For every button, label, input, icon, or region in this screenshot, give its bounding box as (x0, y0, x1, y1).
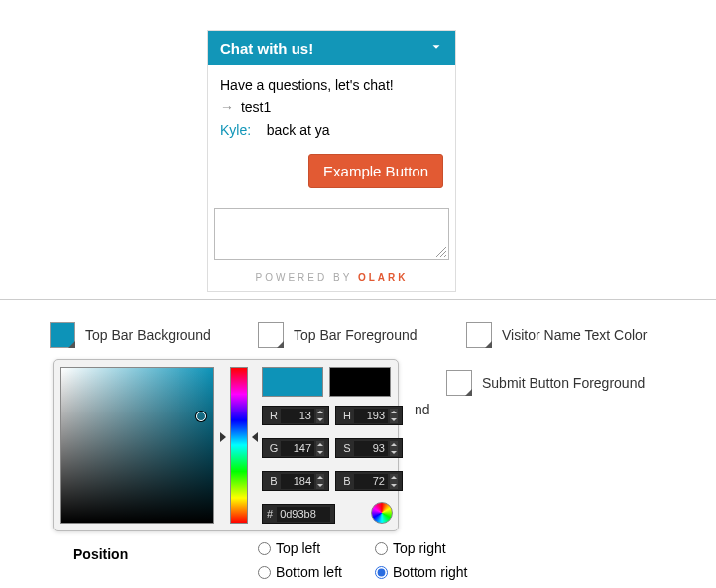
swatch-top-bar-fg[interactable] (258, 322, 284, 348)
saturation-value-panel[interactable] (60, 367, 214, 524)
option-top-bar-bg[interactable]: Top Bar Background (50, 322, 238, 348)
powered-brand[interactable]: OLARK (358, 272, 409, 283)
channel-h-input[interactable] (354, 409, 388, 423)
hue-slider[interactable] (230, 367, 248, 524)
radio-top-left[interactable]: Top left (258, 540, 357, 556)
label-visitor-name: Visitor Name Text Color (502, 327, 648, 343)
channel-b-label: B (267, 475, 281, 487)
chat-visitor-line: → test1 (220, 97, 443, 117)
radio-input-bottom-right[interactable] (375, 566, 388, 579)
radio-input-bottom-left[interactable] (258, 566, 271, 579)
chat-input[interactable] (214, 208, 449, 260)
color-preview-previous (329, 367, 391, 397)
radio-input-top-right[interactable] (375, 542, 388, 555)
channel-v-input[interactable] (354, 474, 388, 489)
divider (0, 299, 716, 300)
channel-r-input[interactable] (281, 409, 314, 423)
channel-r: R (262, 406, 329, 425)
radio-label-bottom-left: Bottom left (276, 564, 342, 580)
channel-r-spinner[interactable] (316, 409, 324, 423)
swatch-visitor-name[interactable] (466, 322, 492, 348)
chat-prompt: Have a questions, let's chat! (220, 75, 443, 95)
radio-input-top-left[interactable] (258, 542, 271, 555)
channel-v-spinner[interactable] (390, 474, 398, 489)
chat-body: Have a questions, let's chat! → test1 Ky… (208, 65, 455, 154)
obscured-text: nd (415, 402, 430, 417)
color-preview-current (262, 367, 323, 397)
chevron-down-icon[interactable] (429, 40, 443, 57)
channel-b-spinner[interactable] (316, 474, 324, 489)
chat-visitor-msg: test1 (241, 99, 271, 115)
channel-b-input[interactable] (281, 474, 314, 489)
chat-header[interactable]: Chat with us! (208, 31, 455, 65)
chat-sender: Kyle: (220, 122, 251, 138)
color-wheel-icon[interactable] (371, 502, 393, 524)
option-visitor-name[interactable]: Visitor Name Text Color (466, 322, 655, 348)
radio-bottom-left[interactable]: Bottom left (258, 564, 357, 580)
example-button[interactable]: Example Button (308, 154, 443, 188)
radio-label-bottom-right: Bottom right (393, 564, 467, 580)
label-top-bar-bg: Top Bar Background (85, 327, 211, 343)
channel-g-input[interactable] (281, 441, 314, 456)
hue-slider-indicator (252, 432, 258, 442)
sv-slider-indicator (220, 432, 226, 442)
resize-handle-icon[interactable] (436, 247, 446, 257)
hex-field: # (262, 504, 335, 524)
channel-v: B (335, 471, 403, 491)
chat-widget: Chat with us! Have a questions, let's ch… (207, 30, 456, 292)
swatch-submit-fg[interactable] (446, 370, 472, 396)
option-submit-fg[interactable]: Submit Button Foreground (446, 370, 645, 396)
example-button-row: Example Button (208, 154, 455, 202)
channel-s-spinner[interactable] (390, 441, 398, 456)
option-top-bar-fg[interactable]: Top Bar Foreground (258, 322, 446, 348)
radio-label-top-right: Top right (393, 540, 446, 556)
channel-g: G (262, 438, 329, 458)
channel-b: B (262, 471, 329, 491)
hex-input[interactable] (277, 507, 330, 522)
radio-bottom-right[interactable]: Bottom right (375, 564, 474, 580)
channel-s-input[interactable] (354, 441, 388, 456)
channel-r-label: R (267, 410, 281, 421)
powered-prefix: POWERED BY (256, 272, 353, 283)
radio-top-right[interactable]: Top right (375, 540, 474, 556)
arrow-right-icon: → (220, 99, 234, 115)
channel-v-label: B (340, 475, 354, 487)
channel-g-spinner[interactable] (316, 441, 324, 456)
channel-s-label: S (340, 442, 354, 454)
sv-cursor[interactable] (196, 412, 206, 421)
label-submit-fg: Submit Button Foreground (482, 375, 645, 391)
channel-h-spinner[interactable] (390, 409, 398, 423)
powered-by: POWERED BY OLARK (208, 266, 455, 291)
channel-g-label: G (267, 442, 281, 454)
radio-label-top-left: Top left (276, 540, 320, 556)
position-label: Position (73, 546, 128, 562)
swatch-top-bar-bg[interactable] (50, 322, 75, 348)
label-top-bar-fg: Top Bar Foreground (294, 327, 418, 343)
chat-header-title: Chat with us! (220, 40, 313, 57)
color-picker: R H G S B B (53, 359, 399, 531)
channel-h: H (335, 406, 403, 425)
chat-agent-line: Kyle: back at ya (220, 120, 443, 140)
chat-reply: back at ya (267, 122, 330, 138)
channel-s: S (335, 438, 403, 458)
hash-label: # (267, 508, 273, 520)
channel-h-label: H (340, 410, 354, 421)
